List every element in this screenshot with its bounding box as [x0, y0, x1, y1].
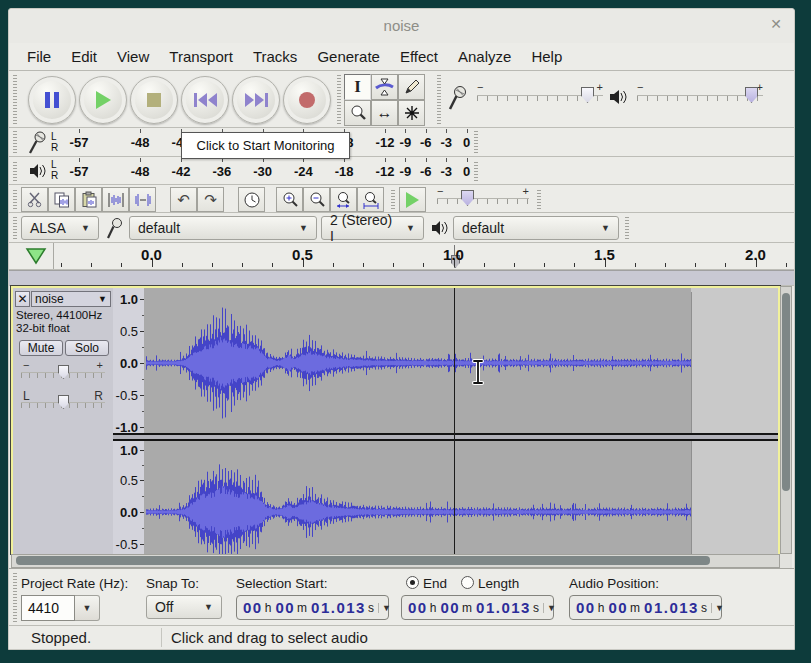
timeline-tick [182, 263, 183, 267]
timefield-dropdown-arrow[interactable]: ▼ [543, 603, 556, 613]
status-state: Stopped. [31, 629, 91, 646]
selection-end-field[interactable]: 00h 00m 01.013s ▼ [401, 595, 554, 620]
vertical-scrollbar-thumb[interactable] [782, 293, 790, 491]
fit-selection-button[interactable] [330, 187, 357, 212]
audio-position-field[interactable]: 00h 00m 01.013s ▼ [569, 595, 722, 620]
menu-file[interactable]: File [17, 48, 61, 65]
status-divider [161, 628, 162, 647]
selection-start-field[interactable]: 00h 00m 01.013s ▼ [236, 595, 389, 620]
length-radio-label[interactable]: Length [478, 576, 519, 591]
waveform-channel-left[interactable] [144, 292, 780, 433]
fit-project-button[interactable] [357, 187, 384, 212]
timeline-ruler[interactable]: 0.00.51.01.52.0 [9, 243, 794, 270]
toolbar-gripper[interactable] [13, 160, 17, 181]
timeline-label: 1.0 [443, 246, 464, 263]
scrub-strip[interactable] [9, 270, 794, 286]
pan-slider[interactable]: L R [21, 392, 105, 408]
playback-device-combo[interactable]: default▼ [453, 216, 619, 240]
project-rate-combo[interactable]: 4410 ▼ [21, 595, 100, 621]
timefield-dropdown-arrow[interactable]: ▼ [378, 603, 391, 613]
amplitude-label: 1.0 [120, 443, 138, 458]
mute-button[interactable]: Mute [19, 340, 63, 356]
amplitude-label: 0.5 [120, 324, 138, 339]
stop-button[interactable] [130, 76, 178, 124]
playback-volume-slider[interactable]: − + [637, 84, 763, 102]
recording-channels-combo[interactable]: 2 (Stereo) I▼ [321, 216, 424, 240]
track-name-menu[interactable]: noise▼ [31, 291, 111, 307]
redo-button[interactable]: ↷ [197, 187, 224, 212]
track-name: noise [35, 292, 64, 306]
toolbar-gripper[interactable] [13, 188, 17, 209]
titlebar[interactable]: noise ✕ [9, 9, 794, 44]
undo-button[interactable]: ↶ [170, 187, 197, 212]
pause-button[interactable] [28, 76, 76, 124]
play-at-speed-button[interactable] [399, 187, 426, 212]
zoom-out-button[interactable] [303, 187, 330, 212]
snap-to-combo[interactable]: Off▼ [146, 595, 222, 619]
multi-tool-button[interactable] [398, 100, 425, 126]
selection-tool-button[interactable]: I [344, 74, 371, 100]
recording-device-combo[interactable]: default▼ [129, 216, 317, 240]
toolbar-gripper[interactable] [625, 216, 629, 239]
toolbar-gripper[interactable] [391, 188, 395, 209]
toolbar-gripper[interactable] [13, 131, 17, 153]
draw-tool-button[interactable] [398, 74, 425, 100]
hours-digits: 00 [576, 599, 596, 616]
toolbar-gripper[interactable] [474, 160, 478, 181]
toolbar-gripper[interactable] [474, 131, 478, 153]
toolbar-gripper[interactable] [13, 572, 17, 622]
vertical-ruler[interactable]: 1.00.50.0-0.5-1.01.00.50.0-0.5 [113, 288, 145, 554]
menu-analyze[interactable]: Analyze [448, 48, 521, 65]
close-button[interactable]: ✕ [770, 16, 782, 32]
menu-tracks[interactable]: Tracks [243, 48, 307, 65]
project-rate-value[interactable]: 4410 [21, 595, 75, 621]
skip-to-end-button[interactable] [232, 76, 280, 124]
toolbar-gripper[interactable] [13, 74, 17, 124]
horizontal-scrollbar[interactable] [11, 554, 780, 568]
playback-meter[interactable]: L R -57-48-42-36-30-24-18-12-9-6-30 [9, 157, 794, 185]
recording-meter[interactable]: L R -57-48-42-36-30-24-18-12-9-6-30 [9, 128, 794, 157]
end-radio-label[interactable]: End [423, 576, 447, 591]
envelope-tool-button[interactable] [371, 74, 398, 100]
skip-to-start-button[interactable] [181, 76, 229, 124]
track-close-button[interactable]: ✕ [15, 291, 30, 307]
vertical-scrollbar[interactable] [780, 286, 792, 554]
record-volume-slider[interactable]: − + [477, 84, 603, 102]
menu-transport[interactable]: Transport [159, 48, 243, 65]
copy-button[interactable] [48, 187, 75, 212]
track-control-panel[interactable]: ✕ noise▼ Stereo, 44100Hz 32-bit float Mu… [13, 288, 114, 554]
toolbar-gripper[interactable] [437, 74, 441, 124]
horizontal-scrollbar-thumb[interactable] [16, 556, 710, 565]
trim-audio-button[interactable] [102, 187, 129, 212]
toolbar-gripper[interactable] [537, 188, 541, 209]
timefield-dropdown-arrow[interactable]: ▼ [711, 603, 724, 613]
meter-tick [385, 158, 386, 162]
menu-effect[interactable]: Effect [390, 48, 448, 65]
gain-slider[interactable]: − + [21, 362, 105, 378]
menu-view[interactable]: View [107, 48, 159, 65]
zoom-tool-button[interactable] [344, 100, 371, 126]
zoom-in-button[interactable] [276, 187, 303, 212]
cut-button[interactable] [21, 187, 48, 212]
radio-end[interactable] [406, 576, 419, 589]
sync-lock-clock-button[interactable] [238, 187, 265, 212]
timeshift-tool-button[interactable]: ↔ [371, 100, 398, 126]
play-button[interactable] [79, 76, 127, 124]
audio-host-combo[interactable]: ALSA▼ [21, 216, 99, 240]
radio-length[interactable] [461, 576, 474, 589]
silence-audio-button[interactable] [129, 187, 156, 212]
solo-button[interactable]: Solo [65, 340, 109, 356]
menu-help[interactable]: Help [521, 48, 572, 65]
play-speed-slider[interactable]: − + [437, 188, 529, 204]
channel-divider[interactable] [113, 433, 778, 441]
waveform-channel-right[interactable] [144, 441, 780, 554]
toolbar-gripper[interactable] [13, 216, 17, 239]
menu-generate[interactable]: Generate [307, 48, 390, 65]
minutes-unit: m [630, 601, 640, 615]
menu-edit[interactable]: Edit [61, 48, 107, 65]
toolbar-gripper[interactable] [337, 74, 341, 124]
timeline-pin-box[interactable] [19, 243, 54, 269]
paste-button[interactable] [75, 187, 102, 212]
record-button[interactable] [283, 76, 331, 124]
chevron-down-icon[interactable]: ▼ [75, 595, 100, 621]
